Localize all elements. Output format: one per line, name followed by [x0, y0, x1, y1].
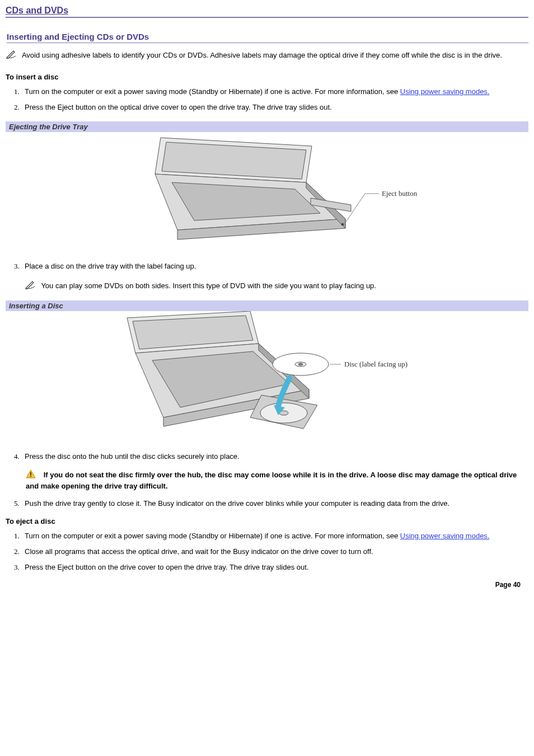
section-heading: Inserting and Ejecting CDs or DVDs: [7, 32, 528, 43]
insert-step-5: Push the drive tray gently to close it. …: [21, 499, 528, 509]
eject-heading: To eject a disc: [6, 517, 528, 525]
svg-rect-25: [30, 472, 31, 475]
seat-disc-caution: If you do not seat the disc firmly over …: [26, 469, 528, 491]
seat-disc-caution-text: If you do not seat the disc firmly over …: [26, 471, 517, 490]
adhesive-note: Avoid using adhesive labels to identify …: [6, 50, 528, 62]
page-title: CDs and DVDs: [6, 6, 528, 18]
figure-1-label: Eject button: [382, 189, 418, 198]
figure-1: Eject button: [6, 132, 528, 251]
dvd-both-sides-note: You can play some DVDs on both sides. In…: [25, 280, 528, 292]
eject-step-2: Close all programs that access the optic…: [21, 547, 528, 557]
eject-step-1-text: Turn on the computer or exit a power sav…: [25, 532, 400, 540]
insert-step-4-text: Press the disc onto the hub until the di…: [25, 452, 240, 461]
figure-2: Disc (label facing up): [6, 311, 528, 442]
svg-rect-26: [30, 476, 31, 477]
insert-step-1-text: Turn on the computer or exit a power sav…: [25, 87, 400, 96]
svg-point-7: [341, 223, 344, 226]
insert-heading: To insert a disc: [6, 73, 528, 81]
insert-step-3-text: Place a disc on the drive tray with the …: [25, 262, 196, 270]
link-power-saving-modes-2[interactable]: Using power saving modes.: [400, 532, 490, 540]
eject-step-1: Turn on the computer or exit a power sav…: [21, 531, 528, 541]
insert-step-4: Press the disc onto the hub until the di…: [21, 452, 528, 492]
figure-2-label: Disc (label facing up): [344, 360, 407, 368]
adhesive-note-text: Avoid using adhesive labels to identify …: [22, 51, 502, 59]
dvd-both-sides-text: You can play some DVDs on both sides. In…: [41, 281, 376, 290]
insert-step-3: Place a disc on the drive tray with the …: [21, 261, 528, 292]
pencil-note-icon: [6, 50, 18, 62]
warning-icon: [26, 469, 36, 481]
link-power-saving-modes-1[interactable]: Using power saving modes.: [400, 87, 490, 96]
figure-2-title: Inserting a Disc: [6, 300, 528, 311]
insert-step-1: Turn on the computer or exit a power sav…: [21, 87, 528, 97]
insert-step-2: Press the Eject button on the optical dr…: [21, 102, 528, 112]
pencil-note-icon: [25, 280, 37, 292]
page-number: Page 40: [495, 581, 521, 589]
figure-1-title: Ejecting the Drive Tray: [6, 121, 528, 132]
svg-point-21: [298, 363, 303, 365]
eject-step-3: Press the Eject button on the drive cove…: [21, 562, 528, 572]
